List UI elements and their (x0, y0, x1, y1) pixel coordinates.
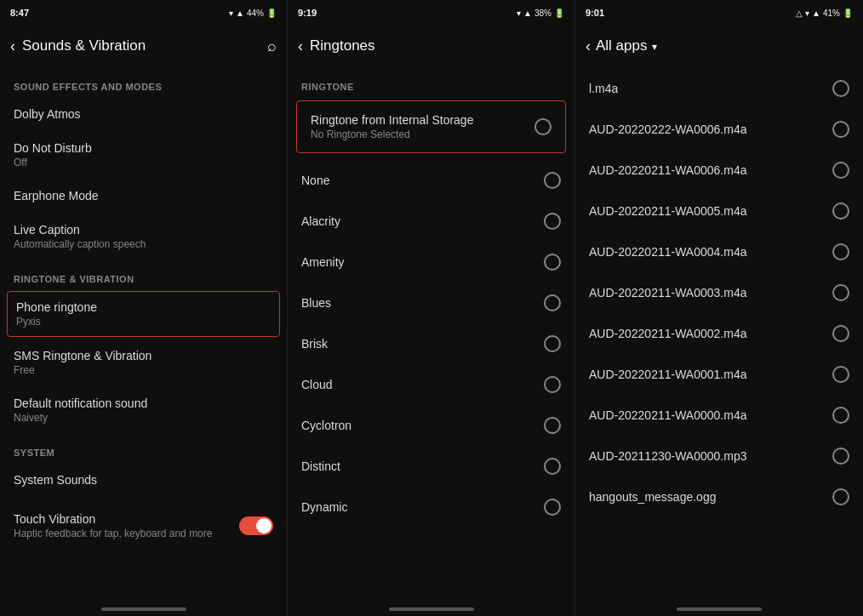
ringtone-row-distinct[interactable]: Distinct (288, 446, 574, 487)
storage-radio[interactable] (534, 118, 552, 135)
back-button-2[interactable]: ‹ (298, 37, 303, 55)
section-header-system: SYSTEM (0, 434, 287, 463)
ringtone-row-cloud[interactable]: Cloud (288, 364, 574, 405)
touch-vibration-text: Touch Vibration Haptic feedback for tap,… (14, 512, 239, 539)
battery-icon-1: 🔋 (266, 9, 277, 18)
file-radio-5[interactable] (832, 284, 849, 301)
battery-text-2: 38% (534, 9, 552, 18)
status-bar-1: 8:47 ▾ ▲ 44% 🔋 (0, 0, 287, 24)
ringtone-alacrity-radio[interactable] (544, 213, 561, 230)
file-row-9[interactable]: AUD-20211230-WA0000.mp3 (575, 436, 863, 476)
file-label-10: hangouts_message.ogg (589, 490, 716, 504)
file-label-2: AUD-20220211-WA0006.m4a (589, 163, 746, 177)
search-icon-1[interactable]: ⌕ (267, 37, 277, 55)
ringtone-row-none[interactable]: None (288, 160, 574, 201)
file-row-7[interactable]: AUD-20220211-WA0001.m4a (575, 354, 863, 395)
file-radio-6[interactable] (832, 325, 849, 342)
list-item-phone-ringtone[interactable]: Phone ringtone Pyxis (7, 291, 280, 337)
ringtone-none-radio[interactable] (544, 172, 561, 189)
file-radio-9[interactable] (832, 448, 849, 465)
bottom-nav-bar-3 (677, 607, 762, 611)
file-row-5[interactable]: AUD-20220211-WA0003.m4a (575, 272, 863, 313)
file-radio-10[interactable] (832, 488, 849, 505)
back-button-3[interactable]: ‹ (586, 37, 591, 55)
signal-icon-3: ▲ (812, 9, 820, 18)
ringtone-blues-radio[interactable] (544, 294, 561, 311)
file-row-10[interactable]: hangouts_message.ogg (575, 476, 863, 517)
list-item-system-sounds[interactable]: System Sounds (0, 463, 287, 497)
file-row-8[interactable]: AUD-20220211-WA0000.m4a (575, 395, 863, 436)
default-notification-subtitle: Naivety (14, 412, 273, 424)
list-item-earphone[interactable]: Earphone Mode (0, 179, 287, 213)
top-bar-2: ‹ Ringtones (288, 24, 574, 68)
touch-vibration-row[interactable]: Touch Vibration Haptic feedback for tap,… (0, 504, 287, 548)
status-bar-2: 9:19 ▾ ▲ 38% 🔋 (288, 0, 574, 24)
all-apps-bar[interactable]: ‹ All apps ▾ (575, 24, 863, 68)
back-button-1[interactable]: ‹ (10, 37, 15, 55)
panel-all-apps: 9:01 △ ▾ ▲ 41% 🔋 ‹ All apps ▾ l.m4a AUD-… (575, 0, 863, 616)
storage-item-row[interactable]: Ringtone from Internal Storage No Ringto… (297, 101, 565, 152)
list-item-sms-ringtone[interactable]: SMS Ringtone & Vibration Free (0, 339, 287, 386)
dropdown-arrow-icon[interactable]: ▾ (652, 41, 657, 53)
ringtone-dynamic-label: Dynamic (301, 500, 347, 514)
touch-vibration-toggle[interactable] (239, 516, 273, 535)
file-label-7: AUD-20220211-WA0001.m4a (589, 368, 746, 381)
status-icons-2: ▾ ▲ 38% 🔋 (517, 9, 564, 18)
ringtone-row-cyclotron[interactable]: Cyclotron (288, 405, 574, 446)
file-label-3: AUD-20220211-WA0005.m4a (589, 204, 746, 218)
ringtone-row-dynamic[interactable]: Dynamic (288, 487, 574, 528)
ringtone-blues-label: Blues (301, 296, 331, 310)
ringtone-cyclotron-label: Cyclotron (301, 419, 351, 432)
storage-item[interactable]: Ringtone from Internal Storage No Ringto… (296, 100, 566, 153)
list-item-live-caption[interactable]: Live Caption Automatically caption speec… (0, 213, 287, 260)
dnd-title: Do Not Disturb (14, 141, 273, 155)
ringtone-dynamic-radio[interactable] (544, 499, 561, 516)
ringtone-amenity-label: Amenity (301, 255, 345, 269)
system-sounds-title: System Sounds (14, 473, 273, 487)
file-row-1[interactable]: AUD-20220222-WA0006.m4a (575, 109, 863, 150)
ringtone-brisk-label: Brisk (301, 337, 328, 351)
ringtone-list: None Alacrity Amenity Blues Brisk Cloud … (288, 160, 574, 528)
file-radio-4[interactable] (832, 243, 849, 260)
status-icons-3: △ ▾ ▲ 41% 🔋 (796, 9, 853, 18)
file-label-6: AUD-20220211-WA0002.m4a (589, 327, 746, 340)
page-title-2: Ringtones (310, 37, 375, 54)
storage-item-subtitle: No Ringtone Selected (311, 128, 473, 140)
file-radio-8[interactable] (832, 407, 849, 424)
files-list: l.m4a AUD-20220222-WA0006.m4a AUD-202202… (575, 68, 863, 517)
file-radio-3[interactable] (832, 202, 849, 220)
ringtone-cyclotron-radio[interactable] (544, 417, 561, 434)
top-bar-left-1: ‹ Sounds & Vibration (10, 37, 146, 55)
status-time-3: 9:01 (586, 8, 604, 18)
alert-icon-3: △ (796, 9, 803, 18)
live-caption-title: Live Caption (14, 223, 273, 237)
ringtone-distinct-label: Distinct (301, 459, 340, 473)
battery-text-1: 44% (247, 9, 264, 18)
file-row-3[interactable]: AUD-20220211-WA0005.m4a (575, 191, 863, 231)
ringtone-row-blues[interactable]: Blues (288, 282, 574, 323)
battery-icon-2: 🔋 (554, 9, 564, 18)
file-row-4[interactable]: AUD-20220211-WA0004.m4a (575, 231, 863, 272)
ringtone-distinct-radio[interactable] (544, 458, 561, 475)
file-label-5: AUD-20220211-WA0003.m4a (589, 286, 746, 299)
file-label-8: AUD-20220211-WA0000.m4a (589, 408, 746, 422)
ringtone-row-amenity[interactable]: Amenity (288, 242, 574, 282)
ringtone-row-alacrity[interactable]: Alacrity (288, 201, 574, 242)
bottom-nav-bar-2 (389, 607, 474, 611)
file-row-6[interactable]: AUD-20220211-WA0002.m4a (575, 313, 863, 354)
list-item-dnd[interactable]: Do Not Disturb Off (0, 131, 287, 179)
ringtone-row-brisk[interactable]: Brisk (288, 323, 574, 364)
battery-icon-3: 🔋 (843, 9, 853, 18)
file-radio-1[interactable] (832, 121, 849, 138)
file-radio-0[interactable] (832, 80, 849, 97)
list-item-dolby[interactable]: Dolby Atmos (0, 97, 287, 131)
ringtone-brisk-radio[interactable] (544, 335, 561, 352)
list-item-default-notification[interactable]: Default notification sound Naivety (0, 386, 287, 434)
file-radio-2[interactable] (832, 162, 849, 179)
wifi-icon-3: ▾ (805, 9, 809, 18)
ringtone-cloud-radio[interactable] (544, 376, 561, 393)
file-radio-7[interactable] (832, 366, 849, 383)
ringtone-amenity-radio[interactable] (544, 254, 561, 271)
file-row-2[interactable]: AUD-20220211-WA0006.m4a (575, 150, 863, 191)
file-row-0[interactable]: l.m4a (575, 68, 863, 109)
